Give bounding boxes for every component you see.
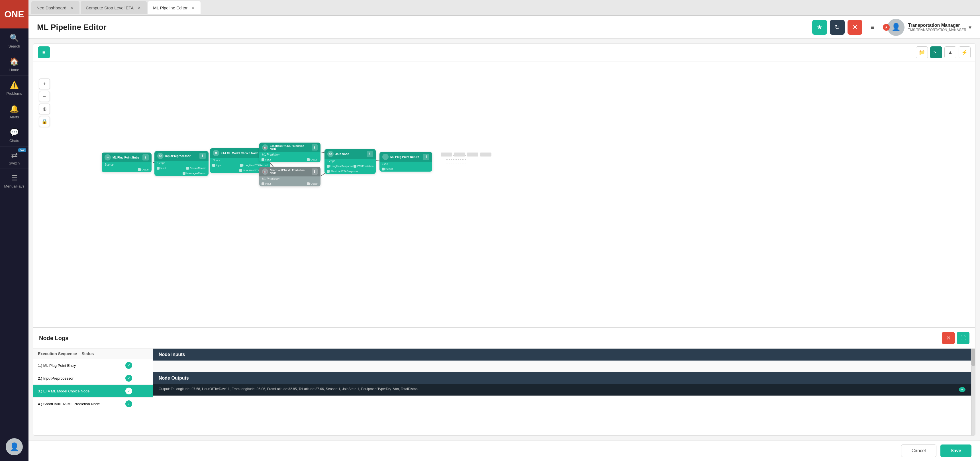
folder-icon-button[interactable]: 📁 (916, 46, 928, 58)
user-avatar: 👤 (888, 19, 905, 36)
user-name: Transportation Manager (908, 23, 966, 28)
user-dropdown-button[interactable]: ▾ (969, 24, 972, 31)
search-icon: 🔍 (10, 33, 19, 43)
sidebar-item-label-home: Home (10, 68, 19, 72)
sidebar-item-menus[interactable]: ☰ Menus/Favs (0, 168, 29, 192)
sidebar: ONE 🔍 Search 🏠 Home ⚠️ Problems 🔔 Alerts… (0, 0, 29, 461)
sidebar-item-switch[interactable]: SW ⇄ Switch (0, 147, 29, 168)
list-view-button[interactable]: ≡ (38, 46, 50, 58)
user-avatar-sidebar[interactable]: 👤 (6, 432, 23, 461)
close-button[interactable]: ✕ (848, 20, 862, 35)
crosshair-button[interactable]: ⊕ (39, 104, 50, 114)
exec-status-2: ✓ (125, 375, 132, 382)
node-logs-header: Node Logs ✕ ⛶ (33, 328, 975, 349)
exec-col-execution: Execution Sequence (38, 352, 82, 356)
node-join-subtitle: Script (325, 159, 376, 164)
node-return-info[interactable]: ℹ (423, 154, 429, 160)
node-shorthaul-icon: 🤖 (262, 168, 268, 175)
scrollbar[interactable] (971, 349, 975, 436)
upload-button[interactable]: ▲ (944, 46, 956, 58)
tab-compute-stop-close[interactable]: ✕ (137, 5, 142, 10)
zoom-in-button[interactable]: + (39, 79, 50, 89)
warning-icon: ⚠️ (10, 81, 19, 90)
tab-ml-pipeline[interactable]: ML Pipeline Editor ✕ (148, 1, 200, 14)
exec-col-status: Status (82, 352, 105, 356)
pipeline-canvas[interactable]: + − ⊕ 🔒 (33, 62, 975, 327)
tab-ml-pipeline-close[interactable]: ✕ (190, 5, 196, 10)
home-icon: 🏠 (10, 57, 19, 66)
node-shorthaul-info[interactable]: ℹ (312, 168, 318, 175)
node-shorthaul-ports: Input Output (259, 181, 320, 186)
node-return-ports: Result (379, 166, 432, 172)
cancel-button[interactable]: Cancel (901, 445, 936, 457)
logs-close-button[interactable]: ✕ (942, 332, 955, 344)
terminal-button[interactable]: >_ (930, 46, 942, 58)
main-content: Neo Dashboard ✕ Compute Stop Level ETA ✕… (29, 0, 980, 461)
sidebar-item-problems[interactable]: ⚠️ Problems (0, 76, 29, 99)
header: ML Pipeline Editor ★ ↻ ✕ ≡ ★ 👤 Transport… (29, 16, 980, 39)
node-choice-icon: ⚙ (213, 150, 219, 156)
node-inputs-header[interactable]: Node Inputs (153, 349, 971, 361)
app-logo[interactable]: ONE (0, 0, 29, 29)
node-info-button[interactable]: ℹ (142, 154, 149, 160)
tab-bar: Neo Dashboard ✕ Compute Stop Level ETA ✕… (29, 0, 980, 16)
exec-label-1: 1.) ML Plug Point Entry (38, 363, 125, 368)
favorite-button[interactable]: ★ (812, 20, 827, 35)
zoom-out-button[interactable]: − (39, 91, 50, 102)
sidebar-item-search[interactable]: 🔍 Search (0, 29, 29, 52)
node-entry-subtitle: Source (102, 162, 151, 167)
sidebar-item-alerts[interactable]: 🔔 Alerts (0, 99, 29, 123)
tab-neo-dashboard-label: Neo Dashboard (37, 5, 66, 10)
exec-row-3[interactable]: 3.) ETA ML Model Choice Node ✓ (33, 385, 153, 398)
node-join[interactable]: ⚙ Join Node ℹ Script LongHaulResponse ET… (325, 149, 376, 174)
notification-badge: ★ (883, 24, 890, 31)
node-join-info[interactable]: ℹ (367, 151, 373, 157)
outputs-expand-btn[interactable]: + (959, 387, 966, 392)
node-outputs-section: Node Outputs Output: ToLongitude:-97.58,… (153, 372, 971, 396)
node-entry-icon: → (105, 154, 111, 160)
node-input-preprocessor[interactable]: ⚙ InputPreprocessor ℹ Script Input Sourc… (154, 151, 208, 176)
node-preprocessor-info[interactable]: ℹ (199, 153, 206, 159)
node-return-subtitle: Sink (379, 162, 432, 166)
exec-status-4: ✓ (125, 401, 132, 407)
lock-button[interactable]: 🔒 (39, 116, 50, 127)
tab-neo-dashboard-close[interactable]: ✕ (69, 5, 74, 10)
menu-button[interactable]: ≡ (865, 20, 880, 35)
exec-row-1[interactable]: 1.) ML Plug Point Entry ✓ (33, 359, 153, 372)
refresh-button[interactable]: ↻ (830, 20, 845, 35)
node-logs-actions: ✕ ⛶ (942, 332, 969, 344)
sidebar-item-label-search: Search (8, 44, 20, 48)
node-longhaul-icon: 🤖 (262, 144, 268, 150)
node-longhaul-prediction[interactable]: 🤖 LongHaulETA ML Prediction Node ℹ ML Pr… (259, 143, 320, 162)
node-ml-plug-point-entry[interactable]: → ML Plug Point Entry ℹ Source Output (102, 152, 151, 172)
node-outputs-header[interactable]: Node Outputs (153, 372, 971, 384)
tab-ml-pipeline-label: ML Pipeline Editor (153, 5, 188, 10)
header-actions: ★ ↻ ✕ ≡ ★ 👤 Transportation Manager TMS.T… (812, 19, 972, 36)
switch-icon: ⇄ (11, 150, 18, 160)
logs-expand-button[interactable]: ⛶ (957, 332, 969, 344)
node-shorthaul-prediction[interactable]: 🤖 ShortHaulETA ML Prediction Node ℹ ML P… (259, 167, 320, 186)
node-join-ports: LongHaulResponse ETAPrediction (325, 164, 376, 169)
sidebar-item-label-chats: Chats (10, 139, 19, 143)
sidebar-item-label-alerts: Alerts (10, 115, 19, 119)
node-preprocessor-subtitle: Script (154, 161, 208, 166)
exec-row-2[interactable]: 2.) InputPreprocessor ✓ (33, 372, 153, 385)
tab-compute-stop[interactable]: Compute Stop Level ETA ✕ (81, 1, 147, 14)
tab-neo-dashboard[interactable]: Neo Dashboard ✕ (31, 1, 80, 14)
bell-icon: 🔔 (10, 105, 19, 113)
run-button[interactable]: ⚡ (959, 46, 970, 58)
node-ml-plug-point-entry-header: → ML Plug Point Entry ℹ (102, 152, 151, 162)
exec-label-3: 3.) ETA ML Model Choice Node (38, 389, 125, 393)
sidebar-item-home[interactable]: 🏠 Home (0, 52, 29, 76)
node-ml-plug-return[interactable]: → ML Plug Point Return ℹ Sink Result (379, 152, 432, 172)
exec-row-4[interactable]: 4.) ShortHaulETA ML Prediction Node ✓ (33, 398, 153, 410)
node-inputs-section: Node Inputs (153, 349, 971, 372)
exec-label-2: 2.) InputPreprocessor (38, 376, 125, 380)
sidebar-item-chats[interactable]: 💬 Chats (0, 123, 29, 147)
node-entry-ports: Output (102, 167, 151, 172)
node-outputs-content: Output: ToLongitude:-97.58, HourOfTheDay… (153, 384, 971, 396)
save-button[interactable]: Save (940, 445, 972, 457)
node-longhaul-info[interactable]: ℹ (312, 144, 318, 150)
page-title: ML Pipeline Editor (37, 23, 812, 32)
canvas-area: ≡ 📁 >_ ▲ ⚡ + − ⊕ 🔒 (33, 43, 975, 436)
